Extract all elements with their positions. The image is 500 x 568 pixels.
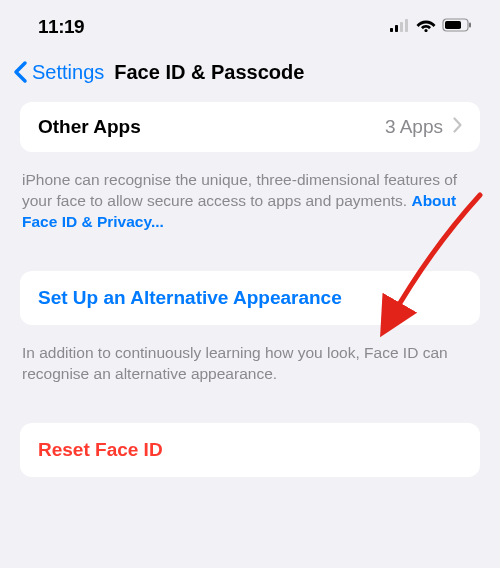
svg-rect-7 — [469, 23, 471, 28]
back-chevron-icon[interactable] — [12, 60, 28, 84]
setup-alternative-appearance-button[interactable]: Set Up an Alternative Appearance — [20, 271, 480, 325]
other-apps-row[interactable]: Other Apps 3 Apps — [20, 102, 480, 152]
status-time: 11:19 — [38, 16, 84, 38]
status-icons — [390, 18, 472, 36]
cellular-icon — [390, 18, 410, 36]
other-apps-section: Other Apps 3 Apps — [20, 102, 480, 152]
other-apps-label: Other Apps — [38, 116, 141, 138]
svg-rect-0 — [390, 28, 393, 32]
svg-rect-6 — [445, 21, 461, 29]
chevron-right-icon — [453, 117, 462, 137]
svg-rect-2 — [400, 22, 403, 32]
alternative-appearance-description: In addition to continuously learning how… — [0, 333, 500, 407]
nav-bar: Settings Face ID & Passcode — [0, 50, 500, 102]
wifi-icon — [416, 18, 436, 36]
page-title: Face ID & Passcode — [114, 61, 304, 84]
alternative-appearance-description-text: In addition to continuously learning how… — [22, 344, 448, 382]
status-bar: 11:19 — [0, 0, 500, 50]
face-id-description: iPhone can recognise the unique, three-d… — [0, 160, 500, 255]
setup-alternative-appearance-label: Set Up an Alternative Appearance — [38, 287, 342, 308]
reset-face-id-button[interactable]: Reset Face ID — [20, 423, 480, 477]
svg-rect-3 — [405, 19, 408, 32]
other-apps-value: 3 Apps — [385, 116, 443, 138]
reset-face-id-label: Reset Face ID — [38, 439, 163, 460]
svg-point-4 — [424, 29, 427, 32]
svg-rect-1 — [395, 25, 398, 32]
face-id-description-text: iPhone can recognise the unique, three-d… — [22, 171, 457, 209]
battery-icon — [442, 18, 472, 36]
back-button-label[interactable]: Settings — [32, 61, 104, 84]
